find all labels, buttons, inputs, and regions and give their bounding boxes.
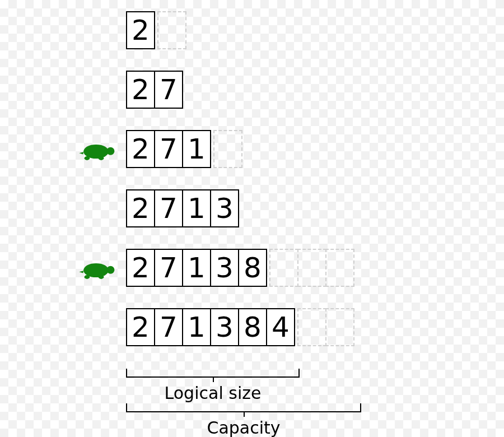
array-cell-filled: 1 bbox=[182, 308, 211, 346]
array-cells: 27 bbox=[126, 71, 183, 110]
array-cell-filled: 2 bbox=[126, 308, 155, 346]
array-cell-filled: 2 bbox=[126, 71, 155, 109]
array-row: 27 bbox=[0, 71, 504, 110]
array-cell-filled: 2 bbox=[126, 130, 155, 168]
logical-size-bracket: Logical size bbox=[126, 369, 300, 403]
array-rows: 227 2712713 27138271384 bbox=[0, 11, 504, 368]
array-cells: 2713 bbox=[126, 189, 239, 229]
array-cell-filled: 4 bbox=[266, 308, 295, 346]
array-row: 271384 bbox=[0, 308, 504, 347]
svg-point-6 bbox=[85, 275, 90, 279]
capacity-bracket: Capacity bbox=[126, 403, 361, 437]
array-cell-empty bbox=[325, 308, 354, 346]
array-cell-filled: 1 bbox=[182, 130, 211, 168]
array-cell-empty bbox=[269, 249, 298, 287]
svg-point-1 bbox=[106, 147, 114, 155]
array-cell-filled: 7 bbox=[154, 71, 183, 109]
turtle-icon bbox=[78, 138, 118, 161]
array-cell-filled: 1 bbox=[182, 249, 211, 287]
logical-size-label: Logical size bbox=[126, 383, 300, 403]
array-cell-filled: 3 bbox=[210, 308, 239, 346]
array-row: 2 bbox=[0, 11, 504, 50]
svg-point-2 bbox=[85, 156, 90, 160]
svg-point-3 bbox=[99, 156, 104, 160]
array-cell-filled: 2 bbox=[126, 11, 155, 49]
array-cell-filled: 8 bbox=[238, 249, 267, 287]
array-cell-filled: 2 bbox=[126, 249, 155, 287]
array-cell-empty bbox=[325, 249, 354, 287]
array-cell-filled: 3 bbox=[210, 189, 239, 227]
array-row: 27138 bbox=[0, 249, 504, 288]
array-cell-filled: 1 bbox=[182, 189, 211, 227]
array-row: 271 bbox=[0, 130, 504, 169]
array-cell-filled: 7 bbox=[154, 130, 183, 168]
array-cell-empty bbox=[297, 308, 326, 346]
array-cell-empty bbox=[157, 11, 186, 49]
array-cell-filled: 8 bbox=[238, 308, 267, 346]
array-cell-empty bbox=[297, 249, 326, 287]
capacity-label: Capacity bbox=[126, 418, 361, 437]
array-cells: 27138 bbox=[126, 249, 354, 288]
array-cell-filled: 3 bbox=[210, 249, 239, 287]
array-row: 2713 bbox=[0, 189, 504, 229]
svg-point-7 bbox=[99, 275, 104, 279]
array-cell-filled: 7 bbox=[154, 308, 183, 346]
array-cell-empty bbox=[213, 130, 242, 168]
array-cells: 2 bbox=[126, 11, 186, 50]
array-cell-filled: 7 bbox=[154, 249, 183, 287]
svg-point-5 bbox=[106, 266, 114, 274]
array-cells: 271 bbox=[126, 130, 242, 169]
turtle-icon bbox=[78, 257, 118, 280]
array-cells: 271384 bbox=[126, 308, 354, 347]
array-cell-filled: 2 bbox=[126, 189, 155, 227]
array-cell-filled: 7 bbox=[154, 189, 183, 227]
